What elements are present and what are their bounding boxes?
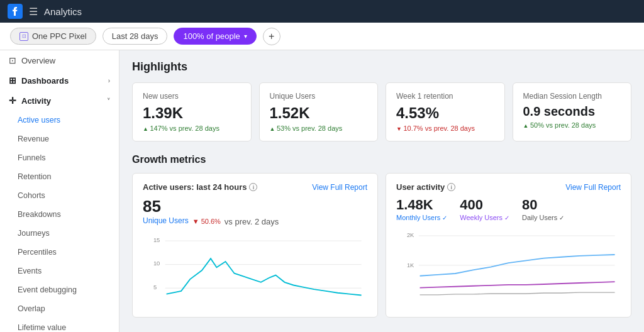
sidebar-item-retention[interactable]: Retention — [0, 167, 119, 186]
view-report-link[interactable]: View Full Report — [312, 183, 367, 192]
active-users-chart-card: Active users: last 24 hours i View Full … — [132, 173, 378, 318]
dashboards-icon: ⊞ — [9, 75, 16, 86]
monthly-check-icon: ✓ — [442, 214, 447, 221]
up-arrow-icon — [523, 121, 530, 129]
sidebar: ⊡ Overview ⊞ Dashboards › ✛ Activity ˅ A… — [0, 50, 119, 332]
activity-arrow-icon: ˅ — [107, 97, 110, 104]
sub-label: Unique Users — [143, 216, 189, 225]
sidebar-item-breakdowns[interactable]: Breakdowns — [0, 205, 119, 224]
svg-text:10: 10 — [153, 260, 160, 267]
sidebar-item-event-debugging[interactable]: Event debugging — [0, 280, 119, 299]
card-label: Median Session Length — [523, 92, 621, 101]
sidebar-item-active-users[interactable]: Active users — [0, 111, 119, 130]
weekly-value: 400 — [460, 197, 509, 213]
card-label: New users — [143, 92, 241, 101]
chart-header: Active users: last 24 hours i View Full … — [143, 182, 367, 192]
highlights-title: Highlights — [132, 60, 631, 74]
main-value: 85 — [143, 197, 367, 216]
charts-row: Active users: last 24 hours i View Full … — [132, 173, 631, 318]
up-arrow-icon — [270, 124, 277, 132]
pixel-icon: ⊡ — [19, 32, 28, 41]
highlight-card-new-users: New users 1.39K 147% vs prev. 28 days — [132, 82, 252, 141]
change-indicator: ▼ 50.6% — [192, 218, 221, 225]
main-layout: ⊡ Overview ⊞ Dashboards › ✛ Activity ˅ A… — [0, 50, 644, 332]
monthly-value: 1.48K — [396, 197, 447, 213]
card-value: 1.52K — [270, 104, 368, 122]
card-value: 1.39K — [143, 104, 241, 122]
highlight-card-week1-retention: Week 1 retention 4.53% 10.7% vs prev. 28… — [386, 82, 505, 141]
sidebar-item-activity[interactable]: ✛ Activity ˅ — [0, 91, 119, 111]
card-change: 50% vs prev. 28 days — [523, 121, 621, 129]
dropdown-arrow-icon: ▾ — [244, 33, 247, 40]
main-content: Highlights New users 1.39K 147% vs prev.… — [119, 50, 644, 332]
sidebar-item-overview[interactable]: ⊡ Overview — [0, 50, 119, 70]
card-value: 4.53% — [396, 104, 494, 122]
chart-meta: 85 Unique Users ▼ 50.6% vs prev. 2 days — [143, 197, 367, 226]
svg-text:2K: 2K — [407, 231, 414, 238]
pixel-filter-button[interactable]: ⊡ One PPC Pixel — [10, 28, 96, 45]
info-icon[interactable]: i — [249, 183, 257, 191]
highlights-grid: New users 1.39K 147% vs prev. 28 days Un… — [132, 82, 631, 141]
sidebar-item-percentiles[interactable]: Percentiles — [0, 243, 119, 262]
view-report-link[interactable]: View Full Report — [565, 183, 621, 192]
user-activity-chart: 2K 1K — [396, 226, 621, 302]
dashboards-arrow-icon: › — [108, 77, 110, 84]
app-title: Analytics — [44, 6, 82, 17]
svg-text:15: 15 — [153, 236, 160, 243]
audience-filter-button[interactable]: 100% of people ▾ — [174, 28, 256, 45]
overview-icon: ⊡ — [9, 55, 16, 65]
chart-header: User activity i View Full Report — [396, 182, 621, 192]
facebook-logo — [8, 4, 23, 19]
svg-text:5: 5 — [153, 284, 157, 290]
daily-check-icon: ✓ — [559, 214, 564, 221]
highlight-card-unique-users: Unique Users 1.52K 53% vs prev. 28 days — [259, 82, 379, 141]
up-arrow-icon — [143, 124, 150, 132]
weekly-stat: 400 Weekly Users ✓ — [460, 197, 509, 221]
sidebar-item-funnels[interactable]: Funnels — [0, 148, 119, 167]
sidebar-item-cohorts[interactable]: Cohorts — [0, 186, 119, 205]
monthly-label: Monthly Users ✓ — [396, 214, 447, 221]
daily-stat: 80 Daily Users ✓ — [522, 197, 564, 221]
change-suffix: vs prev. 2 days — [225, 217, 279, 226]
card-label: Unique Users — [270, 92, 368, 101]
card-change: 53% vs prev. 28 days — [270, 124, 368, 132]
highlight-card-median-session: Median Session Length 0.9 seconds 50% vs… — [513, 82, 632, 141]
date-filter-button[interactable]: Last 28 days — [103, 28, 168, 45]
add-filter-button[interactable]: + — [263, 28, 280, 45]
sidebar-item-events[interactable]: Events — [0, 262, 119, 280]
weekly-check-icon: ✓ — [504, 214, 509, 221]
svg-text:1K: 1K — [407, 262, 414, 268]
growth-metrics-title: Growth metrics — [132, 154, 631, 165]
card-label: Week 1 retention — [396, 92, 494, 101]
user-activity-stats: 1.48K Monthly Users ✓ 400 Weekly Users ✓ — [396, 197, 621, 221]
hamburger-icon[interactable]: ☰ — [29, 6, 38, 18]
sidebar-item-revenue[interactable]: Revenue — [0, 130, 119, 148]
down-arrow-icon — [396, 124, 403, 132]
chart-title: User activity i — [396, 182, 455, 192]
sidebar-item-journeys[interactable]: Journeys — [0, 224, 119, 243]
sidebar-item-dashboards[interactable]: ⊞ Dashboards › — [0, 70, 119, 91]
card-value: 0.9 seconds — [523, 104, 621, 119]
activity-icon: ✛ — [9, 96, 16, 106]
chart-title: Active users: last 24 hours i — [143, 182, 257, 192]
card-change: 147% vs prev. 28 days — [143, 124, 241, 132]
active-users-chart: 15 10 5 — [143, 233, 367, 308]
sidebar-item-overlap[interactable]: Overlap — [0, 299, 119, 318]
top-bar: ☰ Analytics — [0, 0, 644, 23]
monthly-stat: 1.48K Monthly Users ✓ — [396, 197, 447, 221]
daily-label: Daily Users ✓ — [522, 214, 564, 221]
filter-bar: ⊡ One PPC Pixel Last 28 days 100% of peo… — [0, 23, 644, 50]
daily-value: 80 — [522, 197, 564, 213]
weekly-label: Weekly Users ✓ — [460, 214, 509, 221]
card-change: 10.7% vs prev. 28 days — [396, 124, 494, 132]
info-icon[interactable]: i — [447, 183, 455, 191]
user-activity-chart-card: User activity i View Full Report 1.48K M… — [386, 173, 631, 318]
sidebar-item-lifetime-value[interactable]: Lifetime value — [0, 318, 119, 332]
